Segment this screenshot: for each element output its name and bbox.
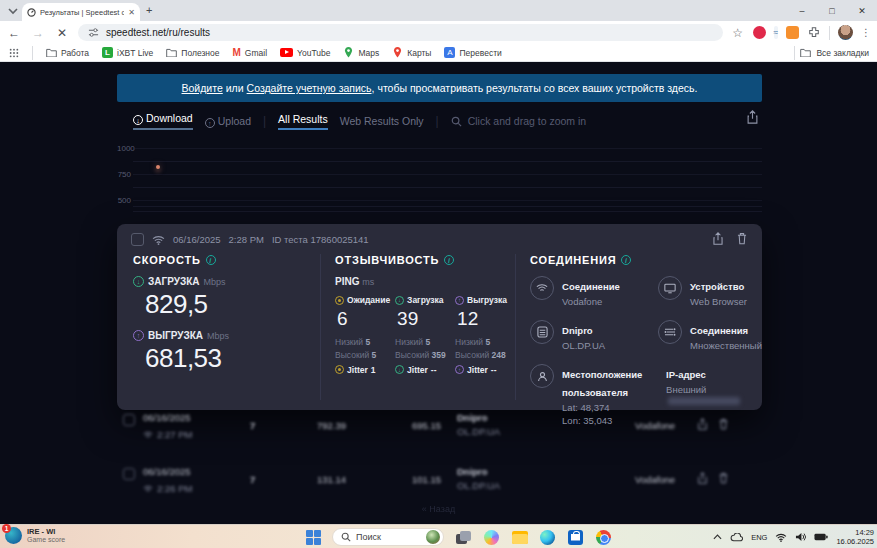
share-result-icon[interactable] [697, 472, 708, 484]
info-icon[interactable]: i [444, 255, 454, 265]
widgets-button[interactable]: 1 IRE - WI Game score [5, 527, 65, 544]
folder-icon [166, 47, 177, 58]
bookmark-perevesti[interactable]: A Перевести [444, 47, 501, 58]
delete-result-icon[interactable] [718, 418, 729, 430]
browser-tab[interactable]: Результаты | Speedtest от Ook ✕ [22, 3, 140, 21]
all-bookmarks-button[interactable]: Все закладки [794, 46, 869, 60]
ping-idle-value: 6 [337, 308, 395, 330]
taskbar-center: Поиск [306, 525, 612, 548]
responsiveness-title: ОТЗЫВЧИВОСТЬ [335, 254, 439, 266]
gridline-1000 [133, 148, 762, 149]
delete-result-icon[interactable] [718, 472, 729, 484]
all-results-tab[interactable]: All Results [278, 113, 328, 130]
extensions-puzzle-icon[interactable] [807, 26, 821, 40]
row-server-sub: OL.DP.UA [457, 480, 500, 491]
bookmark-karty[interactable]: Карты [392, 47, 431, 58]
row-checkbox[interactable] [123, 468, 135, 480]
bookmark-star-icon[interactable]: ☆ [731, 26, 745, 40]
info-icon[interactable]: i [206, 255, 216, 265]
jitter-icon [335, 365, 344, 374]
apps-grid-icon[interactable] [8, 47, 19, 58]
history-row[interactable]: 06/16/2025 2:27 PM 7 792.39 695.15 Dnipr… [117, 412, 762, 452]
server-item: DniproOL.DP.UA [530, 320, 658, 351]
bookmark-ixbt-live[interactable]: L iXBT Live [102, 47, 153, 58]
row-server: Dnipro [457, 466, 488, 477]
chrome-button-active[interactable] [595, 529, 612, 546]
widget-badge: 1 [2, 524, 11, 533]
bookmark-label: Работа [61, 48, 89, 58]
browser-menu-kebab-icon[interactable]: ⋮ [861, 27, 871, 38]
row-download: 131.14 [317, 474, 346, 485]
wifi-icon [152, 235, 165, 245]
clock-time: 14:29 [836, 528, 874, 537]
task-view-button[interactable] [455, 529, 472, 546]
extension-orange-icon[interactable] [786, 26, 799, 39]
result-checkbox[interactable] [131, 233, 144, 246]
filter-download-tab[interactable]: ↓Download [133, 112, 193, 130]
chart-zoom-hint[interactable]: Click and drag to zoom in [451, 115, 586, 127]
bookmark-gmail[interactable]: M Gmail [233, 47, 268, 58]
taskbar-search[interactable]: Поиск [332, 528, 444, 546]
new-tab-button[interactable]: + [146, 4, 152, 16]
tab-close-icon[interactable]: ✕ [128, 8, 135, 17]
extension-red-icon[interactable] [753, 26, 766, 39]
row-checkbox[interactable] [123, 414, 135, 426]
delete-result-icon[interactable] [736, 232, 748, 245]
login-link[interactable]: Войдите [182, 82, 223, 94]
forward-button[interactable]: → [30, 26, 46, 40]
youtube-icon [280, 48, 293, 57]
data-point-download-829[interactable] [156, 165, 160, 169]
history-row[interactable]: 06/16/2025 2:26 PM 7 131.14 101.15 Dnipr… [117, 466, 762, 506]
wifi-tray-icon[interactable] [775, 533, 787, 542]
row-server: Dnipro [457, 412, 488, 423]
search-icon [451, 116, 462, 127]
bookmark-maps[interactable]: Maps [343, 47, 379, 58]
bookmark-poleznoe[interactable]: Полезное [166, 47, 219, 58]
login-banner: Войдите или Создайте учетную запись , чт… [117, 74, 762, 102]
window-maximize-button[interactable]: □ [817, 0, 847, 21]
profile-avatar[interactable] [838, 25, 853, 40]
tray-chevron-up-icon[interactable] [713, 534, 722, 540]
window-minimize-button[interactable]: – [787, 0, 817, 21]
row-upload: 695.15 [412, 420, 441, 431]
stop-loading-button[interactable]: ✕ [54, 26, 70, 40]
copilot-button[interactable] [483, 529, 500, 546]
create-account-link[interactable]: Создайте учетную запись [247, 82, 372, 94]
address-bar[interactable]: speedtest.net/ru/results [78, 24, 723, 41]
web-results-only-tab[interactable]: Web Results Only [340, 115, 424, 127]
start-button[interactable] [306, 530, 321, 545]
info-icon[interactable]: i [621, 255, 631, 265]
volume-icon[interactable] [795, 532, 806, 542]
onedrive-cloud-icon[interactable] [730, 533, 743, 542]
person-icon [530, 364, 554, 388]
download-label: ЗАГРУЗКА [148, 276, 200, 287]
filter-upload-tab[interactable]: ↑Upload [205, 115, 251, 128]
gridline-minor [133, 206, 762, 207]
translate-icon: A [444, 47, 455, 58]
row-date: 06/16/2025 [143, 466, 191, 477]
extension-blue-icon[interactable]: ≈ [774, 26, 778, 39]
export-results-icon[interactable] [746, 110, 759, 124]
window-close-button[interactable]: ✕ [847, 0, 877, 21]
tab-search-chevron-icon[interactable] [6, 5, 20, 17]
microsoft-store-button[interactable] [567, 529, 584, 546]
battery-icon[interactable] [814, 533, 828, 541]
share-result-icon[interactable] [697, 418, 708, 430]
pagination-back[interactable]: « Назад [0, 504, 877, 514]
toolbar-divider [829, 26, 830, 40]
bookmark-youtube[interactable]: YouTube [280, 48, 330, 58]
y-tick-1000: 1000 [117, 144, 131, 153]
back-button[interactable]: ← [6, 26, 22, 40]
bookmark-rabota[interactable]: Работа [46, 47, 89, 58]
results-chart[interactable]: 1000 750 500 [117, 140, 762, 218]
url-text: speedtest.net/ru/results [106, 27, 210, 38]
file-explorer-button[interactable] [511, 529, 528, 546]
gridline-750 [133, 174, 762, 175]
site-settings-tune-icon[interactable] [86, 26, 100, 40]
taskbar-clock[interactable]: 14:29 16.06.2025 [836, 528, 874, 547]
language-indicator[interactable]: ENG [751, 533, 767, 542]
edge-button[interactable] [539, 529, 556, 546]
card-header: 06/16/2025 2:28 PM ID теста 17860025141 [131, 233, 369, 246]
result-time: 2:28 PM [229, 234, 264, 245]
share-result-icon[interactable] [712, 232, 724, 245]
